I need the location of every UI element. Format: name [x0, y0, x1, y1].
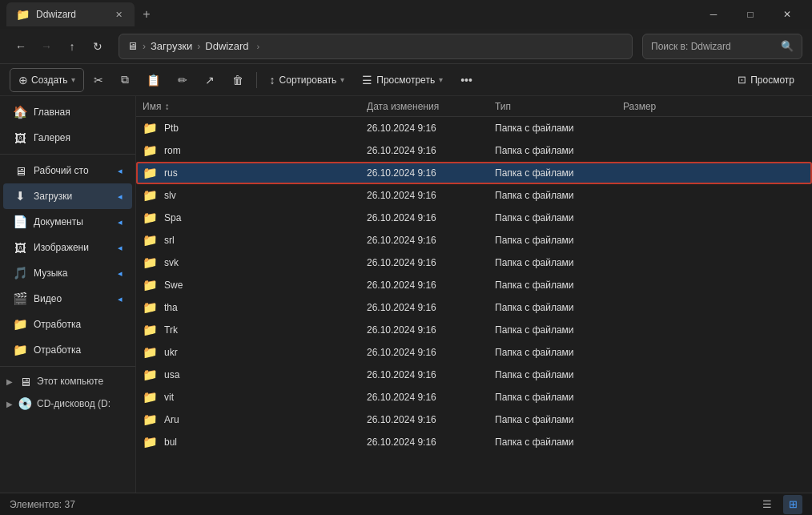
folder-icon: 📁: [143, 143, 158, 158]
rename-button[interactable]: ✏: [170, 68, 195, 92]
computer-section-icon: 🖥: [18, 375, 32, 388]
table-row[interactable]: 📁 Aru 26.10.2024 9:16 Папка с файлами: [136, 408, 812, 431]
window-tab[interactable]: 📁 Ddwizard ✕: [6, 2, 135, 26]
col-header-type[interactable]: Тип: [488, 96, 617, 116]
forward-button[interactable]: →: [35, 35, 58, 58]
col-header-size[interactable]: Размер: [617, 96, 812, 116]
view-icon: ☰: [362, 74, 372, 87]
sidebar-video-label: Видео: [34, 293, 62, 304]
file-name: svk: [164, 257, 179, 268]
gallery-icon: 🖼: [13, 131, 27, 145]
sidebar-item-gallery[interactable]: 🖼 Галерея: [3, 125, 132, 151]
table-row[interactable]: 📁 rom 26.10.2024 9:16 Папка с файлами: [136, 139, 812, 162]
sort-button[interactable]: ↕ Сортировать ▾: [262, 68, 353, 92]
new-tab-button[interactable]: +: [135, 2, 159, 26]
new-button[interactable]: ⊕ Создать ▾: [10, 68, 84, 92]
sidebar-item-music[interactable]: 🎵 Музыка ◂: [3, 260, 132, 286]
grid-view-button[interactable]: ⊞: [783, 495, 802, 514]
folder-icon: 📁: [143, 435, 158, 449]
table-row[interactable]: 📁 Trk 26.10.2024 9:16 Папка с файлами: [136, 319, 812, 341]
table-row[interactable]: 📁 usa 26.10.2024 9:16 Папка с файлами: [136, 364, 812, 386]
delete-button[interactable]: 🗑: [224, 68, 251, 92]
minimize-button[interactable]: ─: [695, 0, 732, 29]
cut-icon: ✂: [94, 74, 103, 87]
file-name-cell: 📁 bul: [136, 435, 360, 449]
more-button[interactable]: •••: [452, 68, 480, 92]
folder-icon: 📁: [143, 323, 158, 337]
paste-button[interactable]: 📋: [139, 68, 168, 92]
sidebar-item-video[interactable]: 🎬 Видео ◂: [3, 286, 132, 312]
file-date-cell: 26.10.2024 9:16: [360, 392, 488, 403]
sidebar-computer-section[interactable]: ▶ 🖥 Этот компьюте: [0, 370, 135, 392]
new-label: Создать: [31, 74, 68, 86]
sidebar-item-home[interactable]: 🏠 Главная: [3, 99, 132, 125]
back-button[interactable]: ←: [10, 35, 32, 58]
search-bar[interactable]: Поиск в: Ddwizard 🔍: [642, 34, 802, 59]
downloads-pin-icon: ◂: [118, 191, 123, 202]
downloads-icon: ⬇: [13, 189, 27, 203]
sidebar-otrabotka1-label: Отработка: [34, 319, 81, 330]
sidebar-divider-2: [0, 366, 135, 367]
address-sep1: ›: [143, 41, 146, 52]
table-row[interactable]: 📁 rus 26.10.2024 9:16 Папка с файлами: [136, 162, 812, 184]
cd-expand-icon: ▶: [6, 400, 13, 408]
sidebar-item-otrabotka2[interactable]: 📁 Отработка: [3, 337, 132, 363]
close-button[interactable]: ✕: [769, 0, 806, 29]
refresh-button[interactable]: ↻: [86, 35, 109, 58]
maximize-button[interactable]: □: [732, 0, 769, 29]
table-row[interactable]: 📁 vit 26.10.2024 9:16 Папка с файлами: [136, 386, 812, 408]
file-name: Ptb: [164, 123, 179, 134]
table-row[interactable]: 📁 bul 26.10.2024 9:16 Папка с файлами: [136, 431, 812, 453]
file-name-cell: 📁 rom: [136, 143, 360, 158]
folder-icon: 📁: [143, 278, 158, 292]
address-expand[interactable]: ›: [257, 42, 260, 51]
sidebar-item-documents[interactable]: 📄 Документы ◂: [3, 209, 132, 235]
up-button[interactable]: ↑: [61, 35, 83, 58]
table-row[interactable]: 📁 tha 26.10.2024 9:16 Папка с файлами: [136, 296, 812, 319]
documents-icon: 📄: [13, 215, 27, 229]
table-row[interactable]: 📁 svk 26.10.2024 9:16 Папка с файлами: [136, 251, 812, 274]
file-type-cell: Папка с файлами: [488, 235, 617, 246]
computer-expand-icon: ▶: [6, 377, 13, 386]
list-view-button[interactable]: ☰: [758, 495, 777, 514]
tab-close-button[interactable]: ✕: [112, 8, 125, 21]
window-controls: ─ □ ✕: [695, 0, 806, 29]
search-icon[interactable]: 🔍: [781, 40, 794, 52]
new-dropdown-icon: ▾: [71, 75, 75, 84]
file-name-cell: 📁 slv: [136, 188, 360, 203]
col-name-label: Имя: [143, 101, 161, 112]
sidebar-otrabotka2-label: Отработка: [34, 344, 81, 356]
table-row[interactable]: 📁 slv 26.10.2024 9:16 Папка с файлами: [136, 184, 812, 207]
table-row[interactable]: 📁 Swe 26.10.2024 9:16 Папка с файлами: [136, 274, 812, 296]
file-date-cell: 26.10.2024 9:16: [360, 190, 488, 201]
sidebar-gallery-label: Галерея: [34, 132, 70, 143]
sidebar-item-desktop[interactable]: 🖥 Рабочий сто ◂: [3, 158, 132, 183]
cut-button[interactable]: ✂: [86, 68, 111, 92]
file-date-cell: 26.10.2024 9:16: [360, 235, 488, 246]
sort-dropdown-icon: ▾: [340, 75, 344, 84]
table-row[interactable]: 📁 srl 26.10.2024 9:16 Папка с файлами: [136, 229, 812, 251]
computer-section-label: Этот компьюте: [37, 376, 103, 387]
file-date-cell: 26.10.2024 9:16: [360, 167, 488, 179]
video-pin-icon: ◂: [118, 294, 123, 304]
file-name-cell: 📁 Aru: [136, 412, 360, 427]
folder2-icon: 📁: [13, 343, 27, 357]
folder-icon: 📁: [143, 300, 158, 315]
col-header-name[interactable]: Имя ↕: [136, 96, 360, 116]
sidebar-item-downloads[interactable]: ⬇ Загрузки ◂: [3, 183, 132, 209]
view-button[interactable]: ☰ Просмотреть ▾: [354, 68, 451, 92]
col-header-date[interactable]: Дата изменения: [360, 96, 488, 116]
address-bar[interactable]: 🖥 › Загрузки › Ddwizard ›: [119, 34, 633, 59]
share-button[interactable]: ↗: [197, 68, 223, 92]
panel-button[interactable]: ⊡ Просмотр: [730, 68, 802, 92]
table-row[interactable]: 📁 Ptb 26.10.2024 9:16 Папка с файлами: [136, 117, 812, 139]
col-sort-icon: ↕: [164, 101, 169, 112]
table-row[interactable]: 📁 ukr 26.10.2024 9:16 Папка с файлами: [136, 341, 812, 364]
file-area: Имя ↕ Дата изменения Тип Размер 📁 Ptb 26…: [136, 96, 812, 493]
sidebar-item-images[interactable]: 🖼 Изображени ◂: [3, 235, 132, 260]
sidebar-cd-section[interactable]: ▶ 💿 CD-дисковод (D:: [0, 392, 135, 415]
copy-button[interactable]: ⧉: [113, 68, 137, 92]
sidebar-item-otrabotka1[interactable]: 📁 Отработка: [3, 312, 132, 337]
file-name-cell: 📁 Swe: [136, 278, 360, 292]
table-row[interactable]: 📁 Spa 26.10.2024 9:16 Папка с файлами: [136, 207, 812, 229]
